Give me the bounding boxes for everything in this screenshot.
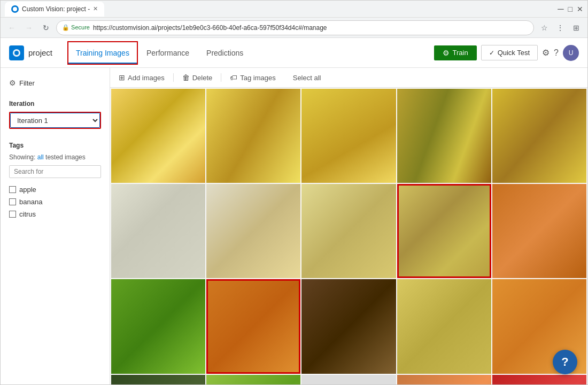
svg-point-0 (13, 7, 17, 11)
tag-label-citrus: citrus (19, 210, 36, 218)
reload-button[interactable]: ↻ (39, 21, 53, 35)
add-images-button[interactable]: ⊞ Add images (119, 73, 165, 82)
tag-images-icon: 🏷 (230, 73, 237, 82)
image-cell[interactable] (397, 279, 491, 373)
tag-list: apple banana citrus (9, 183, 101, 220)
window-maximize-button[interactable]: □ (568, 5, 572, 13)
delete-icon: 🗑 (182, 73, 190, 82)
tag-images-button[interactable]: 🏷 Tag images (230, 73, 275, 82)
image-cell-selected[interactable] (206, 279, 300, 373)
browser-titlebar: Custom Vision: project - ✕ ─ □ ✕ (1, 1, 587, 18)
url-text: https://customvision.ai/projects/1eb9e0c… (93, 24, 528, 32)
train-icon: ⚙ (443, 49, 450, 57)
image-cell[interactable] (206, 375, 300, 384)
nav-tabs: Training Images Performance Predictions (67, 38, 429, 68)
tab-performance[interactable]: Performance (138, 38, 198, 68)
browser-menu-button[interactable]: ⋮ (553, 21, 567, 35)
image-cell[interactable] (301, 375, 396, 384)
iteration-section: Iteration Iteration 1 (1, 91, 110, 133)
tags-showing-text: Showing: all tested images (9, 153, 101, 161)
browser-toolbar: ← → ↻ 🔒 Secure https://customvision.ai/p… (1, 18, 587, 38)
help-icon[interactable]: ? (554, 48, 559, 58)
add-images-icon: ⊞ (119, 73, 125, 82)
quick-test-button[interactable]: ✓ Quick Test (481, 45, 538, 60)
tab-close-button[interactable]: ✕ (93, 5, 98, 12)
delete-button[interactable]: 🗑 Delete (182, 73, 213, 82)
image-cell[interactable] (397, 375, 491, 384)
image-cell[interactable] (301, 89, 396, 183)
tab-favicon (11, 5, 19, 13)
secure-indicator: 🔒 Secure (62, 24, 90, 31)
tag-item-apple: apple (9, 183, 101, 196)
main-layout: ⚙ Filter Iteration Iteration 1 Tags Show… (1, 68, 587, 384)
iteration-select[interactable]: Iteration 1 (10, 113, 100, 128)
tag-checkbox-citrus[interactable] (9, 211, 16, 218)
image-cell[interactable] (111, 375, 205, 384)
tab-title: Custom Vision: project - (22, 5, 90, 13)
toolbar-separator-2 (221, 73, 221, 82)
image-cell[interactable] (206, 184, 300, 278)
address-bar[interactable]: 🔒 Secure https://customvision.ai/project… (56, 20, 534, 35)
content-toolbar: ⊞ Add images 🗑 Delete 🏷 Tag images Selec… (110, 68, 587, 88)
tags-showing-link[interactable]: all (37, 153, 44, 161)
tab-training-images[interactable]: Training Images (67, 41, 138, 65)
back-button[interactable]: ← (5, 21, 19, 35)
image-cell-selected[interactable] (397, 184, 491, 278)
tab-predictions[interactable]: Predictions (198, 38, 252, 68)
quick-test-icon: ✓ (489, 49, 494, 57)
filter-button[interactable]: ⚙ Filter (9, 79, 35, 87)
search-input[interactable] (9, 165, 101, 178)
image-grid (110, 88, 587, 384)
image-cell[interactable] (492, 184, 586, 278)
svg-point-2 (14, 51, 19, 55)
train-button[interactable]: ⚙ Train (434, 45, 477, 60)
image-cell[interactable] (397, 89, 491, 183)
settings-icon[interactable]: ⚙ (542, 48, 550, 58)
tag-label-banana: banana (19, 198, 42, 206)
avatar[interactable]: U (563, 45, 579, 61)
window-close-button[interactable]: ✕ (577, 5, 583, 13)
app-logo (9, 45, 24, 60)
filter-section: ⚙ Filter (1, 74, 110, 91)
image-cell[interactable] (492, 375, 586, 384)
sidebar: ⚙ Filter Iteration Iteration 1 Tags Show… (1, 68, 110, 384)
header-actions: ⚙ Train ✓ Quick Test ⚙ ? U (434, 45, 579, 61)
browser-tab[interactable]: Custom Vision: project - ✕ (5, 2, 104, 17)
tag-checkbox-apple[interactable] (9, 186, 16, 193)
main-content: ⊞ Add images 🗑 Delete 🏷 Tag images Selec… (110, 68, 587, 384)
image-cell[interactable] (492, 89, 586, 183)
image-cell[interactable] (301, 279, 396, 373)
bookmark-button[interactable]: ☆ (537, 21, 551, 35)
window-minimize-button[interactable]: ─ (558, 4, 563, 14)
tag-label-apple: apple (19, 186, 36, 194)
tags-section: Tags Showing: all tested images apple ba… (1, 133, 110, 225)
tags-label: Tags (9, 142, 101, 149)
tag-item-citrus: citrus (9, 208, 101, 220)
tag-checkbox-banana[interactable] (9, 198, 16, 205)
forward-button[interactable]: → (22, 21, 36, 35)
help-bubble-button[interactable]: ? (553, 350, 577, 374)
filter-icon: ⚙ (9, 79, 16, 87)
image-cell[interactable] (301, 184, 396, 278)
iteration-label: Iteration (9, 100, 101, 107)
iteration-wrapper: Iteration 1 (9, 112, 101, 129)
browser-toolbar-icons: ☆ ⋮ ⊞ (537, 21, 583, 35)
tag-item-banana: banana (9, 196, 101, 208)
image-cell[interactable] (206, 89, 300, 183)
app-title: project (28, 48, 52, 57)
image-cell[interactable] (111, 279, 205, 373)
app-header: project Training Images Performance Pred… (1, 38, 587, 68)
toolbar-separator-1 (173, 73, 174, 82)
image-cell[interactable] (111, 89, 205, 183)
image-cell[interactable] (111, 184, 205, 278)
extensions-button[interactable]: ⊞ (569, 21, 583, 35)
select-all-button[interactable]: Select all (293, 74, 321, 82)
